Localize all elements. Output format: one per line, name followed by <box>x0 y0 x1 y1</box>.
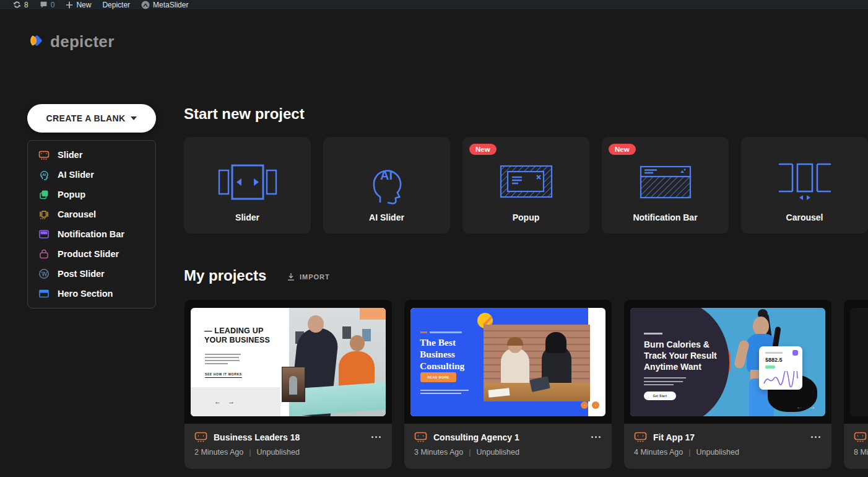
metaslider-icon <box>141 1 150 9</box>
admin-bar-updates[interactable]: 8 <box>7 0 34 9</box>
start-card-label: AI Slider <box>323 212 450 222</box>
comments-count: 0 <box>51 1 55 9</box>
notification-bar-icon <box>38 229 50 240</box>
project-status: Unpublished <box>256 448 300 457</box>
project-thumbnail[interactable]: — LEADING UP YOUR BUSINESS SEE HOW IT WO… <box>191 308 386 416</box>
menu-item-label: Popup <box>58 190 85 199</box>
project-name: Consulting Agency 1 <box>433 432 584 442</box>
start-card-popup[interactable]: New Popup <box>462 137 589 234</box>
meta-separator: | <box>469 448 471 457</box>
menu-item-label: Notification Bar <box>58 229 124 239</box>
menu-item-slider[interactable]: Slider <box>28 145 155 165</box>
thumb-heading: Burn Calories & Track Your Result Anytim… <box>644 339 731 373</box>
menu-item-post-slider[interactable]: Post Slider <box>28 264 155 284</box>
menu-item-ai-slider[interactable]: AI AI Slider <box>28 165 155 185</box>
project-card-footer: Business Leaders 18 2 Minutes Ago | Unpu… <box>184 424 392 469</box>
more-options-button[interactable] <box>590 434 602 440</box>
project-name: Fit App 17 <box>653 432 804 442</box>
plus-icon <box>66 1 73 9</box>
admin-bar-comments[interactable]: 0 <box>34 0 61 9</box>
menu-item-label: Carousel <box>58 209 96 219</box>
project-time: 2 Minutes Ago <box>194 448 243 457</box>
thumb-paragraph <box>420 390 469 396</box>
notification-bar-template-icon <box>602 155 729 209</box>
admin-bar-new[interactable]: New <box>60 0 97 9</box>
menu-item-label: AI Slider <box>58 170 94 180</box>
metaslider-menu-label: MetaSlider <box>153 1 188 9</box>
thumb-get-start-button: Get Start <box>644 392 676 400</box>
more-options-button[interactable] <box>370 434 382 440</box>
download-icon <box>287 273 295 281</box>
thumb-paragraph <box>644 377 686 388</box>
thumb-nav-arrows: ← → <box>214 398 237 405</box>
thumb-photo <box>484 325 590 401</box>
project-time: 4 Minutes Ago <box>634 448 683 457</box>
project-thumbnail[interactable]: Burn Calories & Track Your Result Anytim… <box>630 308 825 416</box>
depicter-logo-icon <box>27 33 46 51</box>
updates-icon <box>13 1 21 9</box>
slider-type-icon <box>414 432 427 442</box>
svg-text:AI: AI <box>42 173 46 177</box>
admin-bar-metaslider[interactable]: MetaSlider <box>136 0 194 9</box>
menu-item-carousel[interactable]: Carousel <box>28 204 155 224</box>
start-card-label: Carousel <box>741 212 868 222</box>
start-card-carousel[interactable]: Carousel <box>741 137 868 234</box>
new-badge: New <box>469 144 497 155</box>
slider-icon <box>38 149 50 160</box>
carousel-icon <box>38 209 50 220</box>
comments-icon <box>40 1 48 9</box>
thumb-nav-arrows: ← → <box>796 403 818 410</box>
ai-slider-icon: AI <box>38 169 50 180</box>
project-time: 3 Minutes Ago <box>414 448 463 457</box>
meta-separator: | <box>688 448 690 457</box>
menu-item-hero-section[interactable]: Hero Section <box>28 284 155 304</box>
project-status: Unpublished <box>696 448 739 457</box>
menu-item-label: Hero Section <box>58 289 113 299</box>
create-blank-button[interactable]: CREATE A BLANK <box>27 104 156 133</box>
depicter-logo-text: depicter <box>50 32 115 51</box>
project-status: Unpublished <box>476 448 519 457</box>
slider-type-icon <box>634 432 647 442</box>
project-thumbnail[interactable] <box>850 308 868 416</box>
thumb-caption <box>420 331 462 333</box>
project-type-menu: Slider AI AI Slider Popup Carousel Notif… <box>27 140 156 309</box>
start-card-label: Notification Bar <box>602 212 729 222</box>
more-options-button[interactable] <box>810 434 822 440</box>
project-card-footer: 8 Minutes Ago <box>844 424 868 469</box>
start-card-slider[interactable]: Slider <box>184 137 311 234</box>
project-thumbnail-area <box>844 300 868 424</box>
depicter-menu-label: Depicter <box>102 1 130 9</box>
new-menu-label: New <box>76 1 91 9</box>
menu-item-label: Slider <box>58 150 82 160</box>
menu-item-product-slider[interactable]: Product Slider <box>28 244 155 264</box>
thumb-corner-accent <box>360 308 386 320</box>
thumb-paragraph <box>205 354 243 366</box>
menu-item-notification-bar[interactable]: Notification Bar <box>28 224 155 244</box>
thumb-inset-photo <box>282 367 305 401</box>
start-card-label: Slider <box>184 212 311 222</box>
hero-section-icon <box>38 288 50 299</box>
slider-template-icon <box>184 155 311 209</box>
product-slider-icon <box>38 248 50 260</box>
import-label: IMPORT <box>300 273 330 281</box>
project-name: Business Leaders 18 <box>214 432 364 442</box>
wp-admin-bar: 8 0 New Depicter MetaSlider <box>0 0 868 9</box>
popup-template-icon <box>462 155 589 209</box>
create-blank-label: CREATE A BLANK <box>46 113 126 123</box>
new-badge: New <box>609 144 636 155</box>
start-card-notification-bar[interactable]: New Notification Bar <box>602 137 729 234</box>
admin-bar-depicter[interactable]: Depicter <box>97 0 136 9</box>
import-button[interactable]: IMPORT <box>287 273 330 281</box>
chevron-down-icon <box>131 116 137 120</box>
start-card-ai-slider[interactable]: AI AI Slider <box>323 137 450 234</box>
project-thumbnail[interactable]: The Best Business Consulting READ MORE ‹… <box>410 308 605 416</box>
depicter-dashboard: 8 0 New Depicter MetaSlider depicter CRE… <box>0 0 868 477</box>
project-card-partial: 8 Minutes Ago <box>844 300 868 469</box>
menu-item-popup[interactable]: Popup <box>28 185 155 204</box>
project-card-fit-app: Burn Calories & Track Your Result Anytim… <box>624 300 831 469</box>
project-thumbnail-area: — LEADING UP YOUR BUSINESS SEE HOW IT WO… <box>184 300 392 424</box>
menu-item-label: Product Slider <box>58 249 119 259</box>
thumb-heading: — LEADING UP YOUR BUSINESS <box>204 326 279 345</box>
project-thumbnail-area: The Best Business Consulting READ MORE ‹… <box>404 300 612 424</box>
popup-icon <box>38 189 50 200</box>
